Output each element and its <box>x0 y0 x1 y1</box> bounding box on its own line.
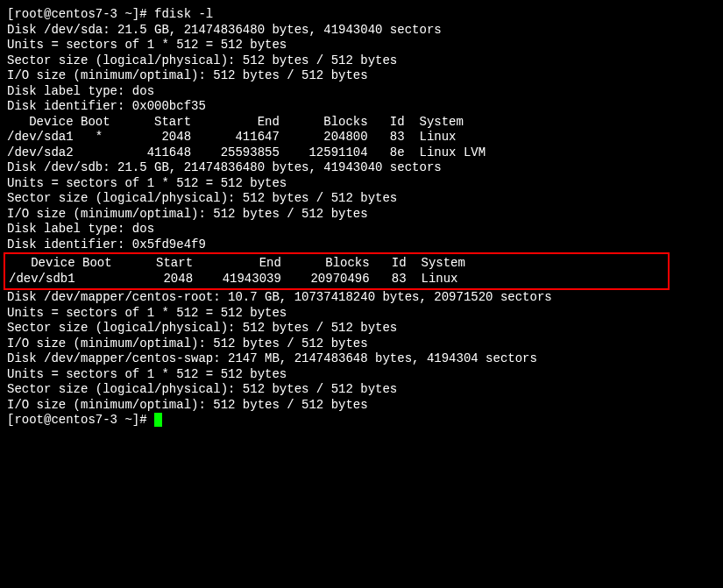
disk-sdb-io: I/O size (minimum/optimal): 512 bytes / … <box>7 207 716 223</box>
disk-sda-io: I/O size (minimum/optimal): 512 bytes / … <box>7 68 716 84</box>
shell-prompt: [root@centos7-3 ~]# <box>7 413 154 427</box>
disk-sda-ident: Disk identifier: 0x000bcf35 <box>7 99 716 115</box>
prompt-line[interactable]: [root@centos7-3 ~]# <box>7 413 716 429</box>
disk-centos-root-io: I/O size (minimum/optimal): 512 bytes / … <box>7 337 716 352</box>
disk-sdb-ident: Disk identifier: 0x5fd9e4f9 <box>7 237 716 253</box>
entered-command: fdisk -l <box>154 7 213 21</box>
prompt-line[interactable]: [root@centos7-3 ~]# fdisk -l <box>7 7 716 23</box>
disk-centos-swap-units: Units = sectors of 1 * 512 = 512 bytes <box>7 367 716 383</box>
disk-sda-sector: Sector size (logical/physical): 512 byte… <box>7 53 716 69</box>
terminal-output: [root@centos7-3 ~]# fdisk -l Disk /dev/s… <box>7 7 716 429</box>
disk-sdb-sector: Sector size (logical/physical): 512 byte… <box>7 191 716 207</box>
disk-centos-swap-io: I/O size (minimum/optimal): 512 bytes / … <box>7 398 716 414</box>
disk-sda-units: Units = sectors of 1 * 512 = 512 bytes <box>7 38 716 53</box>
disk-sda-label: Disk label type: dos <box>7 84 716 100</box>
sdb-partition-header: Device Boot Start End Blocks Id System <box>9 256 664 272</box>
cursor-icon <box>154 413 162 427</box>
disk-centos-swap-sector: Sector size (logical/physical): 512 byte… <box>7 382 716 398</box>
sda-partition-header: Device Boot Start End Blocks Id System <box>7 115 716 131</box>
sda-partition-row2: /dev/sda2 411648 25593855 12591104 8e Li… <box>7 145 716 161</box>
disk-centos-root-header: Disk /dev/mapper/centos-root: 10.7 GB, 1… <box>7 290 716 306</box>
sda-partition-row1: /dev/sda1 * 2048 411647 204800 83 Linux <box>7 130 716 145</box>
disk-sdb-header: Disk /dev/sdb: 21.5 GB, 21474836480 byte… <box>7 160 716 176</box>
sdb-partition-row1: /dev/sdb1 2048 41943039 20970496 83 Linu… <box>9 272 664 287</box>
disk-centos-swap-header: Disk /dev/mapper/centos-swap: 2147 MB, 2… <box>7 351 716 367</box>
disk-centos-root-units: Units = sectors of 1 * 512 = 512 bytes <box>7 306 716 322</box>
disk-sda-header: Disk /dev/sda: 21.5 GB, 21474836480 byte… <box>7 23 716 39</box>
highlighted-sdb-partition: Device Boot Start End Blocks Id System /… <box>4 252 670 290</box>
disk-sdb-label: Disk label type: dos <box>7 222 716 237</box>
shell-prompt: [root@centos7-3 ~]# <box>7 7 154 21</box>
disk-centos-root-sector: Sector size (logical/physical): 512 byte… <box>7 321 716 337</box>
disk-sdb-units: Units = sectors of 1 * 512 = 512 bytes <box>7 176 716 192</box>
